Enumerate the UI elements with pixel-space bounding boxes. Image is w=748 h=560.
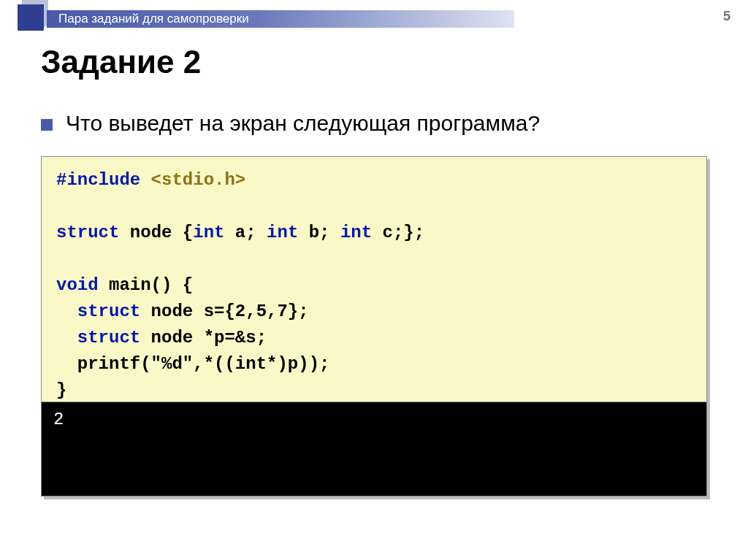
code-token: node {: [119, 223, 193, 242]
code-token: int: [267, 223, 298, 242]
banner-title: Пара заданий для самопроверки: [58, 12, 249, 26]
code-content: #include <stdio.h> struct node {int a; i…: [41, 156, 707, 415]
code-block: #include <stdio.h> struct node {int a; i…: [41, 156, 707, 415]
bullet-text: Что выведет на экран следующая программа…: [66, 111, 540, 136]
code-token: node *p=&s;: [140, 328, 267, 348]
console-output: 2: [41, 402, 707, 496]
code-token: int: [340, 223, 372, 242]
code-token: #include: [56, 170, 140, 190]
slide-title: Задание 2: [41, 44, 201, 80]
console-block: 2: [41, 402, 707, 496]
code-token: printf("%d",*((int*)p));: [56, 354, 329, 374]
code-token: struct: [56, 328, 140, 348]
code-token: a;: [224, 223, 267, 242]
slide: Пара заданий для самопроверки 5 Задание …: [0, 0, 748, 560]
banner-bar: Пара заданий для самопроверки: [47, 10, 514, 28]
code-token: c;};: [372, 223, 424, 242]
bullet-icon: [41, 119, 53, 131]
decor-square: [18, 4, 44, 31]
code-token: struct: [56, 223, 119, 242]
code-token: int: [193, 223, 224, 242]
code-token: <stdio.h>: [140, 170, 245, 190]
page-number: 5: [723, 9, 730, 24]
code-token: main() {: [99, 275, 194, 295]
code-token: struct: [56, 302, 140, 321]
code-token: void: [56, 275, 99, 295]
code-token: b;: [298, 223, 340, 242]
bullet-row: Что выведет на экран следующая программа…: [41, 111, 540, 136]
code-token: }: [56, 380, 66, 400]
code-token: node s={2,5,7};: [140, 302, 308, 321]
header-banner: Пара заданий для самопроверки 5: [0, 6, 748, 26]
